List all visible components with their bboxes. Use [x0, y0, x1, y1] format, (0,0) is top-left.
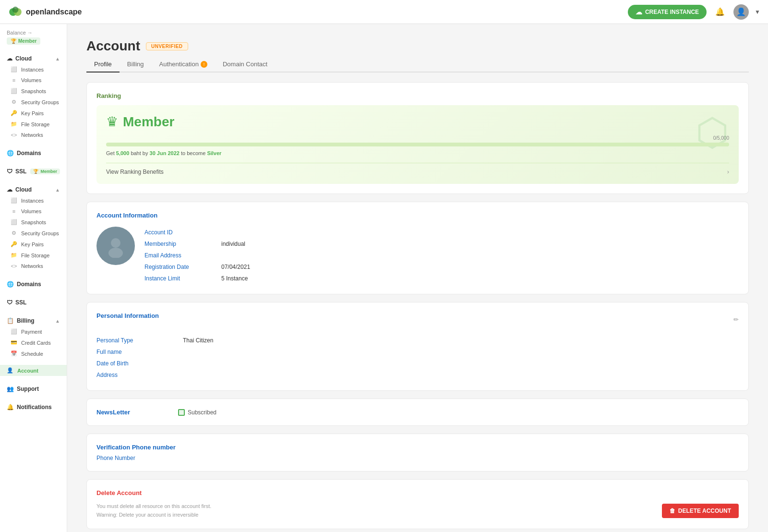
- sidebar-item-key-pairs-2[interactable]: 🔑 Key Pairs: [0, 239, 67, 250]
- sidebar-ssl-2-header[interactable]: 🛡 SSL: [0, 295, 67, 308]
- app-layout: openlandscape ☁ CREATE INSTANCE 🔔 👤 ▼ Ba…: [0, 0, 768, 532]
- info-table: Account ID Membership individual Email A…: [144, 227, 739, 284]
- membership-value: individual: [221, 241, 245, 247]
- info-row-account-id: Account ID: [144, 227, 739, 238]
- logo-area: openlandscape: [8, 4, 82, 20]
- svg-point-3: [111, 238, 120, 248]
- sidebar-billing-header[interactable]: 📋 Billing ▲: [0, 314, 67, 326]
- sidebar-item-snapshots-1[interactable]: ⬜ Snapshots: [0, 85, 67, 97]
- delete-account-button[interactable]: 🗑 DELETE ACCOUNT: [662, 504, 739, 518]
- email-label: Email Address: [144, 252, 221, 259]
- sidebar-item-payment[interactable]: ⬜ Payment: [0, 326, 67, 337]
- main-layout: Balance → 🏆 Member ☁ Cloud ▲ ⬜ Instance: [0, 24, 768, 532]
- sidebar-item-volumes-2[interactable]: ≡ Volumes: [0, 206, 67, 217]
- edit-personal-info-button[interactable]: ✏: [733, 316, 739, 323]
- hint-next-tier: Silver: [207, 150, 221, 156]
- networks-icon: <>: [11, 132, 17, 138]
- info-row-membership: Membership individual: [144, 238, 739, 250]
- personal-row-type: Personal Type Thai Citizen: [96, 335, 739, 346]
- sidebar-item-snapshots-2[interactable]: ⬜ Snapshots: [0, 217, 67, 228]
- instances-icon: ⬜: [11, 66, 17, 73]
- user-dropdown-arrow[interactable]: ▼: [755, 9, 760, 15]
- sidebar-item-instances-2[interactable]: ⬜ Instances: [0, 195, 67, 206]
- sidebar-item-file-storage-2[interactable]: 📁 File Storage: [0, 250, 67, 261]
- sidebar-domains-header[interactable]: 🌐 Domains: [0, 146, 67, 158]
- sidebar-item-security-groups-1[interactable]: ⚙ Security Groups: [0, 97, 67, 108]
- volumes-icon-2: ≡: [11, 208, 17, 214]
- billing-collapse-icon[interactable]: ▲: [55, 318, 60, 324]
- membership-label: Membership: [144, 241, 221, 247]
- sidebar-item-account[interactable]: 👤 Account: [0, 365, 67, 376]
- snapshots-icon-2: ⬜: [11, 219, 17, 225]
- tab-billing[interactable]: Billing: [120, 57, 152, 73]
- create-instance-button[interactable]: ☁ CREATE INSTANCE: [628, 5, 707, 19]
- tab-profile[interactable]: Profile: [86, 57, 120, 73]
- ranking-tier: ♛ Member: [106, 114, 729, 130]
- info-row-email: Email Address: [144, 250, 739, 261]
- sidebar-section-cloud-2-header[interactable]: ☁ Cloud ▲: [0, 182, 67, 195]
- sidebar-item-volumes-1[interactable]: ≡ Volumes: [0, 75, 67, 85]
- newsletter-card: NewsLetter Subscribed: [86, 399, 749, 426]
- fullname-label: Full name: [96, 349, 183, 355]
- sidebar-item-networks-2[interactable]: <> Networks: [0, 261, 67, 271]
- svg-point-2: [12, 6, 19, 12]
- globe-icon: 🌐: [7, 150, 14, 157]
- ranking-card: Ranking ⬡ ♛ Member 0/5,000 Get 5,000: [86, 82, 749, 194]
- sidebar-ssl-title: 🛡 SSL: [7, 168, 26, 175]
- security-groups-icon-2: ⚙: [11, 230, 17, 236]
- account-info-body: Account ID Membership individual Email A…: [96, 227, 739, 284]
- sidebar-item-security-groups-2[interactable]: ⚙ Security Groups: [0, 228, 67, 239]
- newsletter-label: NewsLetter: [96, 409, 173, 416]
- sidebar-item-key-pairs-1[interactable]: 🔑 Key Pairs: [0, 108, 67, 119]
- content-area: Account UNVERIFIED Profile Billing Authe…: [67, 24, 768, 532]
- cloud-collapse-icon[interactable]: ▲: [55, 56, 60, 61]
- account-info-card: Account Information Account ID: [86, 202, 749, 294]
- credit-cards-icon: 💳: [11, 339, 17, 346]
- view-ranking-benefits-link[interactable]: View Ranking Benefits ›: [106, 163, 729, 175]
- crown-icon: ♛: [106, 114, 118, 130]
- cloud-2-collapse-icon[interactable]: ▲: [55, 187, 60, 193]
- tab-authentication[interactable]: Authentication !: [152, 57, 215, 73]
- tier-name: Member: [123, 114, 174, 130]
- key-pairs-icon-2: 🔑: [11, 241, 17, 247]
- notifications-icon: 🔔: [7, 404, 14, 411]
- logo-text: openlandscape: [26, 8, 82, 16]
- sidebar-item-instances-1[interactable]: ⬜ Instances: [0, 64, 67, 75]
- networks-icon-2: <>: [11, 263, 17, 269]
- sidebar-section-ssl-1: 🛡 SSL 🏆 Member: [0, 161, 67, 180]
- ranking-hint: Get 5,000 baht by 30 Jun 2022 to become …: [106, 150, 729, 156]
- sidebar: Balance → 🏆 Member ☁ Cloud ▲ ⬜ Instance: [0, 24, 67, 532]
- authentication-badge: !: [201, 61, 207, 68]
- billing-icon: 📋: [7, 317, 14, 324]
- sidebar-support-header[interactable]: 👥 Support: [0, 382, 67, 394]
- avatar: [96, 227, 135, 265]
- svg-point-4: [108, 248, 123, 258]
- sidebar-item-schedule[interactable]: 📅 Schedule: [0, 348, 67, 359]
- shield-icon-2: 🛡: [7, 299, 12, 306]
- file-storage-icon: 📁: [11, 121, 17, 127]
- sidebar-section-ssl-2: 🛡 SSL: [0, 292, 67, 311]
- sidebar-section-cloud-2: ☁ Cloud ▲ ⬜ Instances ≡ Volumes ⬜ Snapsh…: [0, 180, 67, 274]
- sidebar-member-badge: 🏆 Member: [7, 37, 40, 45]
- notification-bell-button[interactable]: 🔔: [712, 4, 728, 20]
- personal-type-label: Personal Type: [96, 337, 183, 344]
- subscribed-text: Subscribed: [188, 409, 216, 416]
- user-avatar-button[interactable]: 👤: [733, 4, 749, 20]
- sidebar-item-file-storage-1[interactable]: 📁 File Storage: [0, 119, 67, 130]
- dob-label: Date of Birth: [96, 360, 183, 367]
- sidebar-ssl-header[interactable]: 🛡 SSL 🏆 Member: [0, 164, 67, 177]
- balance-label[interactable]: Balance →: [7, 30, 60, 36]
- newsletter-subscribed-checkbox[interactable]: Subscribed: [178, 409, 216, 416]
- sidebar-section-cloud-header[interactable]: ☁ Cloud ▲: [0, 51, 67, 64]
- reg-date-label: Registration Date: [144, 264, 221, 270]
- instances-icon-2: ⬜: [11, 197, 17, 204]
- sidebar-item-networks-1[interactable]: <> Networks: [0, 130, 67, 140]
- sidebar-domains-2-header[interactable]: 🌐 Domains: [0, 277, 67, 290]
- snapshots-icon: ⬜: [11, 88, 17, 94]
- sidebar-notifications-header[interactable]: 🔔 Notifications: [0, 400, 67, 412]
- sidebar-item-credit-cards[interactable]: 💳 Credit Cards: [0, 337, 67, 348]
- tab-domain-contact[interactable]: Domain Contact: [215, 57, 275, 73]
- cloud-icon: ☁: [636, 8, 642, 16]
- delete-account-title: Delete Account: [96, 489, 739, 496]
- globe-icon-2: 🌐: [7, 281, 14, 288]
